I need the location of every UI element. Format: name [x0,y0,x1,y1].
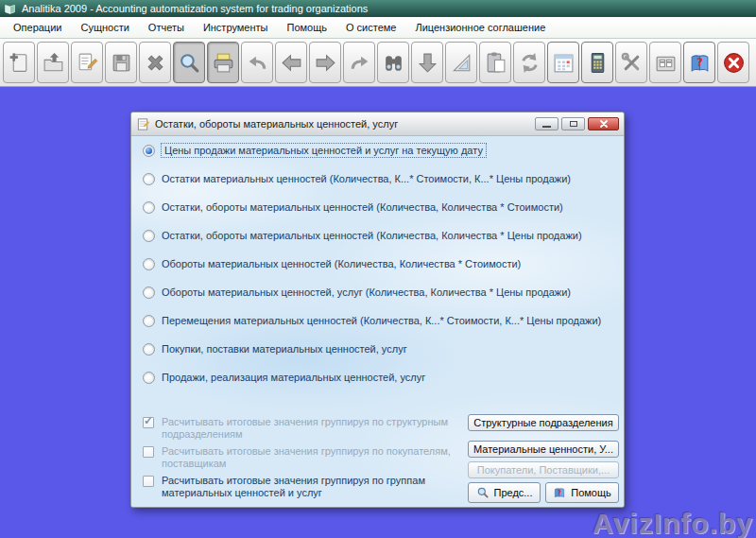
radio-button[interactable] [143,173,155,185]
radio-row[interactable]: Цены продажи материальных ценностей и ус… [131,136,624,165]
toolbar-download-button[interactable] [411,42,443,83]
radio-row[interactable]: Остатки, обороты материальных ценностей … [131,221,624,250]
radio-row[interactable]: Обороты материальных ценностей (Количест… [131,250,624,278]
radio-button[interactable] [143,145,155,157]
checkbox[interactable] [143,476,154,487]
svg-text:?: ? [696,55,703,68]
toolbar-open-folder-button[interactable] [37,42,69,83]
radio-label[interactable]: Остатки, обороты материальных ценностей … [162,201,563,213]
radio-button[interactable] [143,315,155,327]
radio-label[interactable]: Остатки материальных ценностей (Количест… [162,173,571,184]
help-button-label: Помощь [571,487,611,498]
checkbox-label: Расчитывать итоговые значения группируя … [162,416,460,441]
toolbar-delete-button[interactable] [139,42,171,83]
toolbar-back-button[interactable] [275,42,307,83]
arrow-down-icon [416,51,439,75]
checkbox-row: Расчитывать итоговые значения группируя … [143,445,460,470]
material-values-button[interactable]: Материальные ценности, У... [468,441,619,458]
card-index-icon [654,51,678,75]
radio-button[interactable] [143,201,155,214]
toolbar-calculator-button[interactable] [581,42,613,83]
print-icon [212,51,235,75]
arrow-right-icon [314,51,337,75]
radio-label[interactable]: Остатки, обороты материальных ценностей … [162,230,582,241]
toolbar-exit-button[interactable] [717,42,749,83]
undo-icon [246,51,269,75]
radio-row[interactable]: Остатки материальных ценностей (Количест… [131,165,624,193]
radio-button[interactable] [143,286,155,299]
close-button[interactable] [588,117,619,130]
radio-button[interactable] [143,343,155,356]
minimize-icon [542,126,551,128]
toolbar-measure-button[interactable] [445,42,477,83]
radio-button[interactable] [143,372,155,384]
help-button[interactable]: ? Помощь [545,482,619,503]
radio-row[interactable]: Продажи, реализация материальных ценност… [131,363,624,391]
radio-button[interactable] [143,258,155,270]
checkbox [143,446,154,458]
redo-icon [348,51,371,75]
toolbar-help-button[interactable]: ? [683,42,715,83]
maximize-button[interactable] [561,117,585,130]
checkbox-label[interactable]: Расчитывать итоговые значения группируя … [162,475,460,499]
radio-button[interactable] [143,230,155,242]
radio-row[interactable]: Покупки, поставки материальных ценностей… [131,335,624,363]
toolbar-redo-button[interactable] [343,42,375,83]
toolbar: ? [0,39,756,87]
delete-icon [144,51,167,75]
help-book-icon: ? [553,486,566,499]
toolbar-edit-document-button[interactable] [71,42,103,83]
dialog-titlebar[interactable]: Остатки, обороты материальных ценностей,… [131,113,624,136]
checkbox-row: ✓ Расчитывать итоговые значения группиру… [143,416,460,441]
radio-label[interactable]: Обороты материальных ценностей, услуг (К… [162,286,571,298]
toolbar-save-button[interactable] [105,42,137,83]
toolbar-print-button[interactable] [207,42,239,83]
desktop: Остатки, обороты материальных ценностей,… [0,87,756,538]
menu-entities[interactable]: Сущности [73,19,136,36]
radio-label[interactable]: Цены продажи материальных ценностей и ус… [162,144,486,157]
menu-license[interactable]: Лицензионное соглашение [407,19,553,36]
dialog-window: Остатки, обороты материальных ценностей,… [130,112,625,508]
toolbar-search-preview-button[interactable] [173,42,205,83]
dialog-title: Остатки, обороты материальных ценностей,… [155,118,532,130]
menu-tools[interactable]: Инструменты [196,19,276,36]
set-square-icon [450,51,473,75]
toolbar-new-document-button[interactable] [3,42,35,83]
radio-label[interactable]: Обороты материальных ценностей (Количест… [162,258,521,269]
menu-operations[interactable]: Операции [6,19,69,36]
structural-units-button[interactable]: Структурные подразделения [468,414,619,431]
radio-label[interactable]: Перемещения материальных ценностей (Коли… [162,315,601,326]
checkbox-label: Расчитывать итоговые значения группируя … [162,445,460,470]
radio-label[interactable]: Покупки, поставки материальных ценностей… [162,343,407,355]
refresh-icon [518,51,541,75]
tools-icon [620,51,644,75]
menu-about[interactable]: О системе [338,19,404,36]
radio-label[interactable]: Продажи, реализация материальных ценност… [162,372,425,383]
check-icon: ✓ [144,415,153,427]
toolbar-card-index-button[interactable] [649,42,681,83]
save-icon [110,51,133,75]
radio-row[interactable]: Обороты материальных ценностей, услуг (К… [131,278,624,306]
checkbox: ✓ [143,417,154,428]
minimize-button[interactable] [535,117,558,130]
radio-row[interactable]: Остатки, обороты материальных ценностей … [131,193,624,221]
toolbar-forward-button[interactable] [309,42,341,83]
checkbox-row[interactable]: Расчитывать итоговые значения группируя … [143,475,460,499]
edit-document-icon [76,51,99,75]
app-title: Analitika 2009 - Accounting automatizati… [22,3,368,14]
arrow-left-icon [280,51,303,75]
menu-help[interactable]: Помощь [279,19,335,36]
preview-button[interactable]: Предс... [468,482,541,503]
toolbar-tools-button[interactable] [615,42,647,83]
help-book-icon: ? [688,51,712,75]
toolbar-refresh-button[interactable] [513,42,545,83]
toolbar-calendar-button[interactable] [547,42,579,83]
toolbar-find-button[interactable] [377,42,409,83]
toolbar-undo-button[interactable] [241,42,273,83]
toolbar-paste-button[interactable] [479,42,511,83]
search-preview-icon [178,51,201,75]
menu-reports[interactable]: Отчеты [141,19,192,36]
radio-row[interactable]: Перемещения материальных ценностей (Коли… [131,306,624,335]
new-document-icon [8,51,31,75]
notepad-icon [136,117,150,131]
